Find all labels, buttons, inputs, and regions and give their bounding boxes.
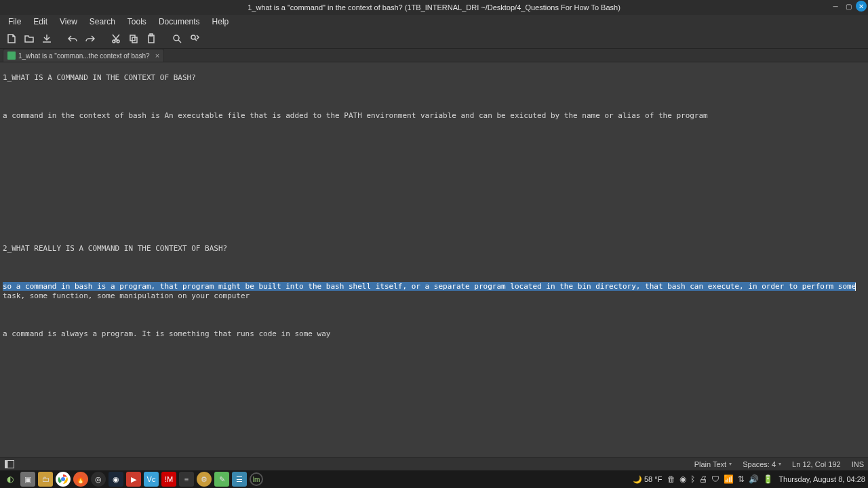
network-icon[interactable]: ⇅ [738,474,745,484]
trash-icon[interactable]: 🗑 [667,474,675,484]
paste-icon[interactable] [144,31,159,46]
menu-view[interactable]: View [54,16,83,28]
shield-icon[interactable]: 🛡 [711,474,719,484]
menu-help[interactable]: Help [207,16,235,28]
system-tray: 🗑 ◉ ᛒ 🖨 🛡 📶 ⇅ 🔊 🔋 [667,474,773,484]
svg-point-11 [61,477,65,481]
menu-search[interactable]: Search [84,16,121,28]
editor-line [3,206,865,216]
app-text-editor-icon[interactable]: ☰ [232,472,247,487]
menu-file[interactable]: File [3,16,26,28]
wifi-icon[interactable]: 📶 [724,474,734,484]
taskbar: ◐ ▣ 🗀 🔥 ◎ ◉ ▶ Vc !M ≡ ⚙ ✎ ☰ lm 🌙 58 °F 🗑… [0,470,868,488]
editor-line [3,263,865,272]
app-terminal-icon[interactable]: ▣ [20,472,35,487]
bluetooth-icon[interactable]: ᛒ [690,474,695,484]
document-statusbar: Plain Text▾ Spaces: 4▾ Ln 12, Col 192 IN… [0,457,868,470]
svg-point-6 [174,35,179,41]
chevron-down-icon: ▾ [729,461,732,467]
window-titlebar: 1_what is a "command" in the context of … [0,0,868,15]
syntax-selector[interactable]: Plain Text▾ [694,460,732,468]
editor-line [3,187,865,197]
editor-line [3,92,865,102]
start-menu-icon[interactable]: ◐ [3,472,18,487]
search-icon[interactable] [170,31,184,46]
volume-icon[interactable]: 🔊 [749,474,759,484]
cursor-position[interactable]: Ln 12, Col 192 [792,460,841,468]
app-chrome-icon[interactable] [56,472,71,487]
editor-line: a command is always a program. It is som… [3,329,865,339]
printer-icon[interactable]: 🖨 [699,474,707,484]
save-icon[interactable] [39,31,54,46]
indent-selector[interactable]: Spaces: 4▾ [743,460,781,468]
toolbar [0,28,868,49]
find-replace-icon[interactable] [187,31,202,46]
editor-line: 1_WHAT IS A COMMAND IN THE CONTEXT OF BA… [3,73,865,83]
text-caret [855,283,856,291]
text-editor[interactable]: 1_WHAT IS A COMMAND IN THE CONTEXT OF BA… [0,62,868,457]
editor-text: task, some function, some manipulation o… [3,291,250,300]
window-controls: ─ ▢ ✕ [830,1,867,12]
app-editor-icon[interactable]: ✎ [214,472,229,487]
document-tab[interactable]: 1_what is a "comman...the context of bas… [3,49,164,62]
editor-line [3,310,865,320]
clock[interactable]: Thursday, August 8, 04:28 [778,475,865,483]
app-files-icon[interactable]: 🗀 [38,472,53,487]
menu-edit[interactable]: Edit [28,16,53,28]
weather-widget[interactable]: 🌙 58 °F [633,475,662,484]
side-panel-toggle[interactable] [4,460,15,469]
tab-close-icon[interactable]: × [155,52,159,60]
app-obs-icon[interactable]: ◎ [91,472,106,487]
app-firefox-icon[interactable]: 🔥 [73,472,88,487]
editor-line: so a command in bash is a program, that … [3,282,865,301]
maximize-button[interactable]: ▢ [843,1,854,12]
app-mint-icon[interactable]: lm [250,472,263,486]
app-vnc-icon[interactable]: Vc [144,472,159,487]
editor-line [3,149,865,159]
close-button[interactable]: ✕ [856,1,867,12]
window-title: 1_what is a "command" in the context of … [248,3,620,12]
editor-line [3,130,865,140]
svg-rect-9 [5,460,8,468]
app-settings-icon[interactable]: ⚙ [197,472,212,487]
menu-tools[interactable]: Tools [122,16,152,28]
menu-documents[interactable]: Documents [153,16,205,28]
app-nomachine-icon[interactable]: !M [161,472,176,487]
battery-icon[interactable]: 🔋 [763,474,773,484]
open-file-icon[interactable] [22,31,37,46]
editor-line: a command in the context of bash is An e… [3,111,865,121]
editor-line [3,168,865,178]
tab-bar: 1_what is a "comman...the context of bas… [0,49,868,62]
editor-line [3,225,865,235]
cut-icon[interactable] [108,31,123,46]
undo-icon[interactable] [65,31,80,46]
selected-text: so a command in bash is a program, that … [3,282,856,291]
editor-line: 2_WHAT REALLY IS A COMMAND IN THE CONTEX… [3,244,865,253]
new-file-icon[interactable] [4,31,19,46]
minimize-button[interactable]: ─ [830,1,841,12]
tab-label: 1_what is a "comman...the context of bas… [18,52,150,60]
app-steam-icon[interactable]: ◉ [108,472,123,487]
app-htop-icon[interactable]: ≡ [179,472,194,487]
record-icon[interactable]: ◉ [679,474,686,484]
menubar: File Edit View Search Tools Documents He… [0,15,868,28]
copy-icon[interactable] [126,31,141,46]
app-youtube-icon[interactable]: ▶ [126,472,141,487]
redo-icon[interactable] [83,31,98,46]
insert-mode[interactable]: INS [852,460,864,468]
document-icon [7,52,16,60]
chevron-down-icon: ▾ [778,461,781,467]
